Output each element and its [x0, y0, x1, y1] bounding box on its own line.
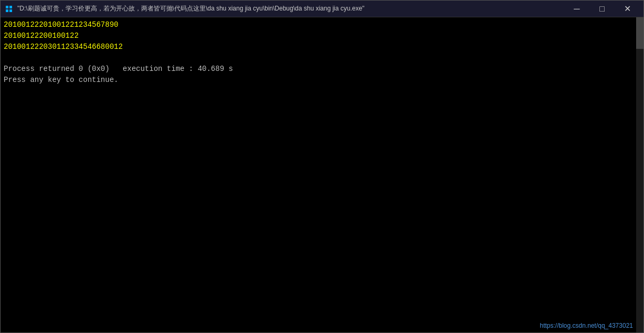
svg-rect-0 — [6, 6, 8, 8]
app-icon — [5, 5, 13, 13]
blank-line — [4, 53, 640, 64]
scrollbar[interactable] — [636, 17, 643, 332]
output-line-1: 20100122201001221234567890 — [4, 19, 640, 30]
scrollbar-thumb[interactable] — [636, 17, 643, 49]
minimize-button[interactable]: ─ — [565, 1, 589, 17]
window-title: "D:\刷题诚可贵，学习价更高，若为开心故，两者皆可抛\代码点这里\da shu… — [17, 4, 364, 13]
console-window: "D:\刷题诚可贵，学习价更高，若为开心故，两者皆可抛\代码点这里\da shu… — [0, 0, 644, 333]
watermark-text: https://blog.csdn.net/qq_4373021 — [540, 322, 633, 329]
maximize-button[interactable]: □ — [590, 1, 614, 17]
svg-rect-1 — [9, 6, 12, 8]
output-line-2: 20100122200100122 — [4, 30, 640, 41]
title-bar-left: "D:\刷题诚可贵，学习价更高，若为开心故，两者皆可抛\代码点这里\da shu… — [5, 4, 364, 13]
process-return-line: Process returned 0 (0x0) execution time … — [4, 64, 640, 75]
window-controls: ─ □ ✕ — [565, 1, 639, 17]
title-bar: "D:\刷题诚可贵，学习价更高，若为开心故，两者皆可抛\代码点这里\da shu… — [1, 1, 643, 17]
svg-rect-2 — [6, 9, 8, 12]
output-line-3: 201001222030112334546680012 — [4, 41, 640, 53]
console-output-area: 20100122201001221234567890 2010012220010… — [1, 17, 643, 332]
svg-rect-3 — [9, 9, 12, 12]
close-button[interactable]: ✕ — [615, 1, 639, 17]
press-any-key-line: Press any key to continue. — [4, 75, 640, 86]
